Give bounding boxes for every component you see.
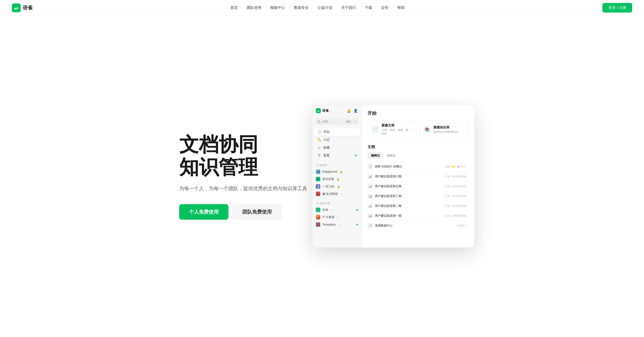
explore-dot [355, 155, 356, 156]
hero-title: 文档协同 知识管理 [179, 133, 307, 179]
hero-section: 文档协同 知识管理 为每一个人，为每一个团队，提供优秀的文档与知识库工具 个人免… [150, 16, 494, 337]
templates-dot [356, 224, 358, 225]
hero-title-line1: 文档协同 [179, 133, 307, 156]
sidebar-item-movie[interactable]: 🎬 📽 生活映画 ⚙ [312, 190, 362, 198]
tuofeilun-lock-icon: 🔒 [337, 185, 340, 188]
main-content: 开始 📄 新建文档 文档、表格、画板、数据表 ∨ 📚 新建知识库 [362, 105, 474, 248]
doc-item[interactable]: 📊 用户建议跟进第二期 玉伯 / 来帮语雀做… [368, 201, 468, 211]
search-label: 搜索 [322, 120, 328, 124]
hero-right: 语雀 ∨ 🔔 👤 🔍 搜索 ⌘J + 🕐 [307, 105, 475, 248]
sidebar-item-templates-label: Templates [322, 223, 336, 226]
tab-edited[interactable]: 编辑过 [368, 152, 383, 159]
quick-actions: 📄 新建文档 文档、表格、画板、数据表 ∨ 📚 新建知识库 使用知识库整理知识 [368, 120, 468, 139]
sidebar-search[interactable]: 🔍 搜索 ⌘J + [315, 118, 359, 125]
new-kb-sub: 使用知识库整理知识 [434, 130, 465, 134]
doc-section-title: 文档 [368, 145, 468, 149]
nav-templates[interactable]: 模板中心 [270, 5, 285, 10]
sidebar-item-templates[interactable]: ⭕ Templates ⚙ [312, 221, 362, 228]
nav-pricing[interactable]: 定价 [381, 5, 388, 10]
search-icon: 🔍 [317, 120, 321, 123]
new-kb-card[interactable]: 📚 新建知识库 使用知识库整理知识 [420, 120, 468, 139]
doc-meta-2: 玉伯 / 来帮语雀做… [444, 185, 468, 188]
nav-help[interactable]: 帮助 [397, 5, 405, 10]
avatar-icon[interactable]: 👤 [353, 108, 358, 113]
sidebar-nav-notes[interactable]: ✏️ 小记 [314, 136, 360, 144]
wanshiwu-icon: 🎴 [316, 215, 320, 219]
doc-list: 📝 群晖 DS923+ 折腾记 瀑雅 🌟 / 🏔 陀尺… 📊 用户建议跟进第六期… [368, 162, 468, 230]
doc-item[interactable]: 📝 群晖 DS923+ 折腾记 瀑雅 🌟 / 🏔 陀尺… [368, 162, 468, 171]
knowledge-collapse-icon: ▼ [316, 164, 318, 167]
yuque-icon: 📘 [316, 177, 320, 181]
hero-buttons: 个人免费使用 团队免费使用 [179, 204, 307, 220]
doc-icon-0: 📝 [368, 164, 372, 169]
nav-home[interactable]: 首页 [230, 5, 238, 10]
new-doc-chevron: ∨ [411, 128, 413, 131]
knowledge-section-header[interactable]: ▼ 知识库 › [312, 162, 362, 168]
doc-name-3: 用户建议跟进第三期 [375, 194, 444, 198]
sidebar: 语雀 ∨ 🔔 👤 🔍 搜索 ⌘J + 🕐 [312, 105, 362, 248]
doc-icon-2: 📊 [368, 184, 372, 189]
sidebar-header: 语雀 ∨ 🔔 👤 [312, 105, 362, 116]
sidebar-nav-explore[interactable]: ⠿ 逛逛 [314, 152, 360, 159]
new-doc-card[interactable]: 📄 新建文档 文档、表格、画板、数据表 ∨ [368, 120, 416, 139]
brand-name: 语雀 [23, 4, 32, 11]
yuque-group-icon: 🐦 [316, 208, 320, 212]
sidebar-nav-favorites[interactable]: ☆ 收藏 [314, 144, 360, 152]
doc-icon-4: 📊 [368, 203, 372, 208]
nav-public[interactable]: 公益计划 [318, 5, 332, 10]
new-kb-text: 新建知识库 使用知识库整理知识 [434, 125, 465, 134]
nav-links: 首页 团队使用 模板中心 数据安全 公益计划 关于我们 下载 定价 帮助 [230, 5, 405, 10]
knowledge-section-title: 知识库 [319, 163, 328, 167]
group-section-header[interactable]: ▼ 知识小组 › [312, 201, 362, 206]
login-button[interactable]: 登录 / 注册 [602, 3, 632, 12]
doc-item[interactable]: 📊 用户建议跟进第五期 玉伯 / 来帮语雀做… [368, 182, 468, 191]
doc-tabs: 编辑过 浏览过 [368, 152, 468, 159]
sidebar-item-tuofeilun[interactable]: 📗 ☆ 陀飞轮 🔒 [312, 183, 362, 190]
svg-point-3 [318, 110, 319, 111]
sidebar-nav-start[interactable]: 🕐 开始 [314, 128, 360, 136]
sidebar-nav-favorites-label: 收藏 [323, 145, 330, 150]
new-doc-icon: 📄 [371, 125, 379, 133]
group-section: ▼ 知识小组 › 🐦 语雀 ⚙ 🎴 ⛩ [312, 199, 362, 229]
group-more-icon[interactable]: › [357, 202, 358, 205]
sidebar-item-tuofeilun-label: ☆ 陀飞轮 [322, 185, 334, 189]
nav-download[interactable]: 下载 [365, 5, 372, 10]
notes-icon: ✏️ [317, 138, 321, 142]
new-doc-sub: 文档、表格、画板、数据表 [382, 128, 409, 136]
sidebar-brand-chevron: ∨ [330, 109, 332, 112]
doc-item[interactable]: 📊 用户建议跟进第六期 玉伯 / 来帮语雀做… [368, 172, 468, 181]
team-cta-button[interactable]: 团队免费使用 [232, 204, 282, 220]
doc-meta-0: 瀑雅 🌟 / 🏔 陀尺… [445, 165, 468, 168]
group-collapse-icon: ▼ [316, 202, 318, 205]
tuofeilun-icon: 📗 [316, 184, 320, 189]
sidebar-item-playground[interactable]: 🎮 Playground 🔒 [312, 168, 362, 175]
doc-icon-5: 📊 [368, 213, 372, 218]
hero-title-line2: 知识管理 [179, 156, 307, 179]
search-add-icon[interactable]: + [354, 120, 356, 124]
sidebar-item-yuque-label: 有关语雀 [322, 177, 334, 181]
nav-security[interactable]: 数据安全 [294, 5, 309, 10]
yuque-group-dot [356, 209, 358, 211]
doc-icon-1: 📊 [368, 174, 372, 179]
new-doc-text: 新建文档 文档、表格、画板、数据表 [382, 123, 409, 136]
doc-meta-6: 万事屋 /… [456, 224, 468, 228]
doc-item[interactable]: 📊 用户建议跟进第一期 玉伯 / 来帮语雀做… [368, 211, 468, 221]
personal-cta-button[interactable]: 个人免费使用 [179, 204, 228, 220]
tab-viewed[interactable]: 浏览过 [383, 152, 399, 159]
doc-meta-4: 玉伯 / 来帮语雀做… [444, 204, 468, 208]
sidebar-item-yuque[interactable]: 📘 有关语雀 🔒 [312, 175, 362, 183]
notification-icon[interactable]: 🔔 [346, 108, 351, 113]
sidebar-item-wanshiwu[interactable]: 🎴 ⛩ 万事屋 ⚙ [312, 214, 362, 221]
main-section-title: 开始 [368, 110, 468, 116]
nav-team[interactable]: 团队使用 [247, 5, 262, 10]
hero-subtitle: 为每一个人，为每一个团队，提供优秀的文档与知识库工具 [179, 185, 307, 192]
new-doc-title: 新建文档 [382, 123, 409, 128]
doc-name-4: 用户建议跟进第二期 [375, 204, 444, 208]
doc-name-6: 免窝数据中心 [375, 224, 456, 228]
sidebar-item-yuque-group[interactable]: 🐦 语雀 ⚙ [312, 206, 362, 214]
sidebar-nav-start-label: 开始 [323, 130, 330, 134]
knowledge-more-icon[interactable]: › [357, 164, 358, 167]
nav-about[interactable]: 关于我们 [341, 5, 356, 10]
doc-item[interactable]: 📝 免窝数据中心 万事屋 /… [368, 221, 468, 230]
doc-item[interactable]: 📊 用户建议跟进第三期 玉伯 / 来帮语雀做… [368, 191, 468, 201]
